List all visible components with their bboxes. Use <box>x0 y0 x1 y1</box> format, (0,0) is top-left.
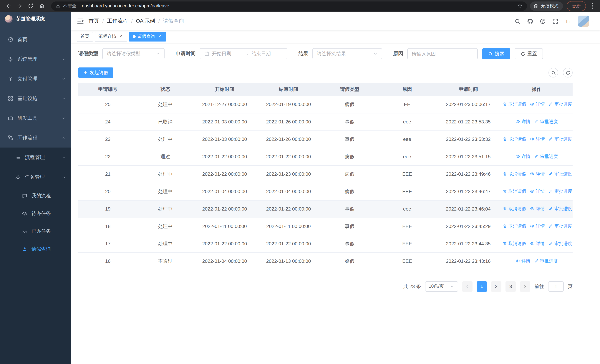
search-button[interactable]: 搜索 <box>482 48 510 59</box>
reload-button[interactable] <box>26 1 36 11</box>
detail-link[interactable]: 详情 <box>530 101 545 107</box>
svg-text:T: T <box>565 19 569 24</box>
approval-progress-link[interactable]: 审批进度 <box>548 171 572 177</box>
cancel-leave-link[interactable]: 取消请假 <box>503 223 526 229</box>
caret-down-icon <box>591 19 595 23</box>
tab-home[interactable]: 首页 <box>77 32 93 41</box>
sidebar-item-my-process[interactable]: 我的流程 <box>0 187 71 205</box>
sidebar-item-system[interactable]: 系统管理 <box>0 49 71 69</box>
reset-button[interactable]: 重置 <box>515 48 543 59</box>
forward-button[interactable] <box>15 1 24 11</box>
sidebar-item-task-management[interactable]: 任务管理 <box>0 167 71 187</box>
cell: 病假 <box>321 165 378 183</box>
breadcrumb-item[interactable]: 工作流程 <box>107 18 128 24</box>
reason-input[interactable] <box>407 48 478 59</box>
apply-time-range-picker[interactable]: 开始日期 - 结束日期 <box>200 48 287 59</box>
cell: EEE <box>378 218 436 235</box>
approval-progress-link[interactable]: 审批进度 <box>548 241 572 247</box>
question-icon[interactable] <box>540 18 546 24</box>
cancel-leave-link[interactable]: 取消请假 <box>503 188 526 195</box>
tab-process-detail[interactable]: 流程详情× <box>95 32 127 41</box>
breadcrumb-item[interactable]: OA 示例 <box>136 18 155 24</box>
sidebar-item-infrastructure[interactable]: 基础设施 <box>0 89 71 108</box>
sidebar-item-home[interactable]: 首页 <box>0 30 71 49</box>
column-header: 操作 <box>501 83 572 96</box>
bookmark-star-icon[interactable] <box>517 3 523 9</box>
op-label: 详情 <box>536 241 545 247</box>
close-icon[interactable]: × <box>118 34 123 39</box>
cancel-leave-link[interactable]: 取消请假 <box>503 101 526 107</box>
cell: 处理中 <box>138 235 193 252</box>
cancel-leave-link[interactable]: 取消请假 <box>503 241 526 247</box>
sidebar-item-done-tasks[interactable]: 已办任务 <box>0 222 71 240</box>
search-icon[interactable] <box>514 18 521 24</box>
page-button-3[interactable]: 3 <box>506 281 516 291</box>
detail-link[interactable]: 详情 <box>530 188 545 195</box>
detail-link[interactable]: 详情 <box>516 258 530 264</box>
sidebar-item-label: 已办任务 <box>31 228 51 235</box>
hamburger-icon[interactable] <box>77 18 84 25</box>
sidebar-item-label: 基础设施 <box>18 95 38 102</box>
approval-progress-link[interactable]: 审批进度 <box>534 153 558 160</box>
sidebar-item-payment[interactable]: 支付管理 <box>0 69 71 89</box>
approval-progress-link[interactable]: 审批进度 <box>548 223 572 229</box>
update-button[interactable]: 更新 <box>567 1 586 11</box>
fontsize-icon[interactable]: TT <box>565 18 572 25</box>
approval-progress-link[interactable]: 审批进度 <box>548 136 572 142</box>
page-button-1[interactable]: 1 <box>477 281 487 291</box>
detail-link[interactable]: 详情 <box>516 153 530 160</box>
detail-link[interactable]: 详情 <box>516 119 530 125</box>
approval-progress-link[interactable]: 审批进度 <box>548 188 572 195</box>
security-label[interactable]: 不安全 <box>63 3 76 9</box>
approval-progress-link[interactable]: 审批进度 <box>548 101 572 107</box>
sidebar-item-leave-query[interactable]: 请假查询 <box>0 240 71 258</box>
chevron-down-icon <box>450 284 454 289</box>
tab-leave-query[interactable]: 请假查询× <box>129 32 166 41</box>
detail-link[interactable]: 详情 <box>530 223 545 229</box>
sidebar-item-todo-tasks[interactable]: 待办任务 <box>0 205 71 222</box>
home-button[interactable] <box>37 1 47 11</box>
toolbox-icon <box>8 115 13 121</box>
back-button[interactable] <box>4 1 13 11</box>
detail-link[interactable]: 详情 <box>530 241 545 247</box>
chevron-up-icon <box>62 136 66 140</box>
app-logo[interactable]: 芋道管理系统 <box>0 12 71 26</box>
op-label: 详情 <box>536 188 545 195</box>
result-select[interactable]: 请选择流结果 <box>312 48 382 59</box>
next-page-button[interactable] <box>520 281 530 291</box>
search-toggle-button[interactable] <box>548 68 558 77</box>
cancel-leave-link[interactable]: 取消请假 <box>503 171 526 177</box>
github-icon[interactable] <box>527 18 533 24</box>
chevron-right-icon <box>523 284 527 289</box>
browser-menu-icon[interactable] <box>589 2 596 10</box>
eye-icon <box>22 211 28 216</box>
goto-page-input[interactable] <box>548 281 564 291</box>
approval-progress-link[interactable]: 审批进度 <box>548 206 572 212</box>
sidebar-item-process-management[interactable]: 流程管理 <box>0 148 71 167</box>
url-text[interactable]: dashboard.yudao.iocoder.cn/bpm/oa/leave <box>82 3 515 9</box>
refresh-table-button[interactable] <box>563 68 572 77</box>
incognito-icon <box>533 3 538 9</box>
close-icon[interactable]: × <box>157 34 162 39</box>
cell: 2022-01-11 00:00:00 <box>256 218 321 235</box>
cancel-leave-link[interactable]: 取消请假 <box>503 136 526 142</box>
breadcrumb-item[interactable]: 首页 <box>89 18 99 24</box>
approval-progress-link[interactable]: 审批进度 <box>534 258 558 264</box>
cell-operations: 取消请假详情审批进度 <box>501 200 572 218</box>
user-menu[interactable] <box>578 16 595 27</box>
page-button-2[interactable]: 2 <box>491 281 501 291</box>
sidebar-item-dev-tools[interactable]: 研发工具 <box>0 108 71 128</box>
address-bar[interactable]: 不安全 dashboard.yudao.iocoder.cn/bpm/oa/le… <box>51 1 527 10</box>
leave-type-select[interactable]: 请选择请假类型 <box>102 48 165 59</box>
cancel-leave-link[interactable]: 取消请假 <box>503 206 526 212</box>
prev-page-button[interactable] <box>462 281 472 291</box>
detail-link[interactable]: 详情 <box>530 136 545 142</box>
create-leave-button[interactable]: 发起请假 <box>78 67 113 78</box>
logo-image <box>5 15 13 23</box>
approval-progress-link[interactable]: 审批进度 <box>534 119 558 125</box>
sidebar-item-workflow[interactable]: 工作流程 <box>0 128 71 148</box>
detail-link[interactable]: 详情 <box>530 206 545 212</box>
page-size-select[interactable]: 10条/页 <box>425 281 458 291</box>
fullscreen-icon[interactable] <box>552 18 559 24</box>
detail-link[interactable]: 详情 <box>530 171 545 177</box>
